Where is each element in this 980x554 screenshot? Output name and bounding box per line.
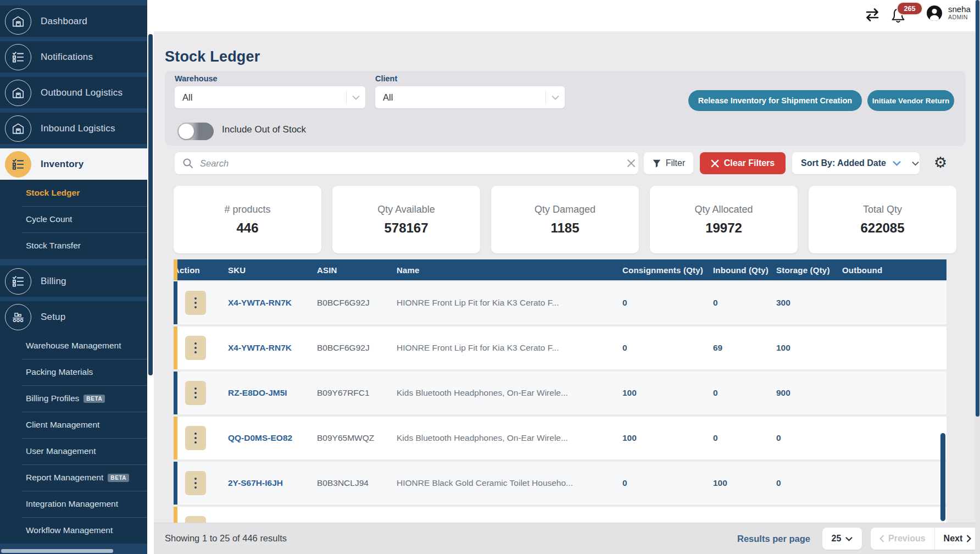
- sidebar-subitem-cycle-count[interactable]: Cycle Count: [0, 206, 147, 232]
- stat-value: 1185: [550, 220, 579, 236]
- stat-card-qty-damaged: Qty Damaged1185: [491, 186, 639, 253]
- sidebar-item-label: Outbound Logistics: [41, 87, 122, 98]
- chevron-down-icon: [347, 95, 365, 100]
- checklist-icon: [5, 151, 31, 178]
- notification-count-badge: 265: [897, 2, 923, 15]
- sidebar-subitem-label: Stock Ledger: [26, 188, 80, 198]
- sidebar-subitem-integration-management[interactable]: Integration Management: [0, 491, 147, 517]
- storage-qty: 0: [776, 478, 842, 488]
- sort-by-dropdown[interactable]: Sort By: Added Date: [792, 152, 920, 174]
- user-avatar-icon[interactable]: [926, 5, 943, 21]
- consignments-qty: 100: [622, 433, 713, 443]
- include-out-of-stock-label: Include Out of Stock: [222, 124, 306, 135]
- row-actions-menu-button[interactable]: [185, 426, 206, 450]
- next-button[interactable]: Next: [935, 534, 980, 544]
- sidebar-item-inventory[interactable]: Inventory: [0, 148, 147, 180]
- inbound-qty: 69: [713, 343, 776, 353]
- page-size-select[interactable]: 25: [822, 528, 862, 550]
- sidebar-subitem-label: Workflow Management: [26, 525, 113, 535]
- row-accent-strip: [174, 507, 177, 523]
- sidebar-subitem-report-management[interactable]: Report ManagementBETA: [0, 464, 147, 491]
- stat-label: # products: [224, 204, 270, 215]
- table-row: 2Y-S67H-I6JHB0B3NCLJ94HIONRE Black Gold …: [174, 462, 946, 505]
- sidebar-subitem-stock-transfer[interactable]: Stock Transfer: [0, 232, 147, 259]
- client-select[interactable]: All: [375, 86, 565, 108]
- stat-label: Qty Allocated: [694, 204, 753, 215]
- sidebar-item-setup[interactable]: Setup: [0, 301, 147, 333]
- row-actions-menu-button[interactable]: [185, 471, 206, 495]
- sku-link[interactable]: RZ-E8DO-JM5I: [228, 388, 317, 398]
- search-clear-icon[interactable]: [616, 159, 638, 168]
- row-accent-strip: [174, 326, 177, 369]
- main-content: Stock Ledger Warehouse All Client All Re…: [154, 31, 975, 554]
- transfer-arrows-icon[interactable]: [864, 6, 881, 24]
- sidebar-item-billing[interactable]: Billing: [0, 265, 147, 297]
- results-summary: Showing 1 to 25 of 446 results: [165, 533, 287, 544]
- sort-by-label: Sort By: Added Date: [801, 158, 886, 168]
- clear-filters-button[interactable]: Clear Filters: [700, 152, 786, 174]
- sidebar-subitem-stock-ledger[interactable]: Stock Ledger: [0, 180, 147, 206]
- stat-cards: # products446Qty Available578167Qty Dama…: [174, 186, 956, 253]
- row-accent-strip: [174, 417, 177, 459]
- column-header-outbound: Outbound: [842, 265, 946, 275]
- column-header-storage-qty: Storage (Qty): [776, 265, 842, 275]
- sidebar-subitem-user-management[interactable]: User Management: [0, 438, 147, 464]
- search-input[interactable]: [199, 158, 616, 169]
- sidebar-subitem-workflow-management[interactable]: Workflow Management: [0, 517, 147, 544]
- sku-link[interactable]: QQ-D0MS-EO82: [228, 433, 317, 443]
- sku-link[interactable]: X4-YWTA-RN7K: [228, 343, 317, 353]
- table-scrollbar-thumb[interactable]: [940, 433, 945, 521]
- row-actions-menu-button[interactable]: [185, 381, 206, 405]
- warehouse-select[interactable]: All: [175, 86, 365, 108]
- asin-value: B0B3NCLJ94: [317, 478, 397, 488]
- storage-qty: 100: [776, 343, 842, 353]
- previous-label: Previous: [888, 534, 926, 544]
- filter-button-label: Filter: [666, 158, 686, 168]
- pagination-footer: Showing 1 to 25 of 446 results Results p…: [154, 523, 975, 554]
- column-header-asin: ASIN: [317, 265, 397, 275]
- sidebar-subitem-label: Stock Transfer: [26, 241, 81, 251]
- table-row: X4-YWTA-RN7KB0BCF6G92JHIONRE Front Lip F…: [174, 281, 946, 324]
- gear-icon[interactable]: ⚙: [934, 155, 947, 170]
- sidebar-scrollbar-thumb[interactable]: [148, 34, 153, 375]
- warehouse-select-value: All: [182, 92, 346, 103]
- sku-link[interactable]: X4-YWTA-RN7K: [228, 298, 317, 308]
- user-info[interactable]: sneha ADMIN: [948, 4, 971, 20]
- sidebar-subitem-label: Billing Profiles: [26, 394, 79, 403]
- stock-ledger-screen: DashboardNotificationsOutbound Logistics…: [0, 0, 980, 554]
- topbar: 265 sneha ADMIN: [154, 0, 975, 32]
- sidebar-subitem-packing-materials[interactable]: Packing Materials: [0, 359, 147, 385]
- row-actions-menu-button[interactable]: [185, 336, 206, 360]
- table-row: X4-YWTA-RN7KB0BCF6G92JHIONRE Front Lip F…: [174, 326, 946, 369]
- row-actions-menu-button[interactable]: [185, 291, 206, 315]
- close-icon: [711, 159, 719, 168]
- sidebar-item-label: Dashboard: [41, 16, 87, 27]
- consignments-qty: 100: [622, 388, 713, 398]
- chevron-down-icon[interactable]: [912, 161, 919, 166]
- page-scrollbar-thumb[interactable]: [976, 0, 979, 417]
- initiate-vendor-return-button[interactable]: Initiate Vendor Return: [867, 90, 954, 111]
- sidebar-subitem-client-management[interactable]: Client Management: [0, 412, 147, 438]
- column-header-sku: SKU: [228, 265, 317, 275]
- product-name: Kids Bluetooth Headphones, On-Ear Wirele…: [397, 388, 622, 398]
- previous-button[interactable]: Previous: [871, 534, 934, 544]
- chevron-left-icon: [879, 535, 884, 542]
- filter-button[interactable]: Filter: [644, 152, 693, 174]
- stat-value: 578167: [384, 220, 428, 236]
- table-row: QQ-D0MS-EO82B09Y65MWQZKids Bluetooth Hea…: [174, 417, 946, 459]
- sidebar-item-outbound-logistics[interactable]: Outbound Logistics: [0, 77, 147, 108]
- sidebar-subitem-warehouse-management[interactable]: Warehouse Management: [0, 333, 147, 359]
- column-header-action: Action: [174, 265, 228, 275]
- include-out-of-stock-toggle[interactable]: [177, 123, 214, 140]
- sidebar-item-notifications[interactable]: Notifications: [0, 41, 147, 73]
- sku-link[interactable]: 2Y-S67H-I6JH: [228, 478, 317, 488]
- sidebar-horizontal-scrollbar[interactable]: [1, 549, 113, 553]
- warehouse-icon: [5, 8, 31, 35]
- sidebar-subitem-billing-profiles[interactable]: Billing ProfilesBETA: [0, 385, 147, 412]
- next-label: Next: [944, 534, 963, 544]
- release-inventory-button[interactable]: Release Inventory for Shipment Creation: [688, 90, 862, 111]
- sidebar-item-dashboard[interactable]: Dashboard: [0, 5, 147, 37]
- row-accent-strip: [174, 372, 177, 414]
- asin-value: B09Y65MWQZ: [317, 433, 397, 443]
- sidebar-item-inbound-logistics[interactable]: Inbound Logistics: [0, 113, 147, 144]
